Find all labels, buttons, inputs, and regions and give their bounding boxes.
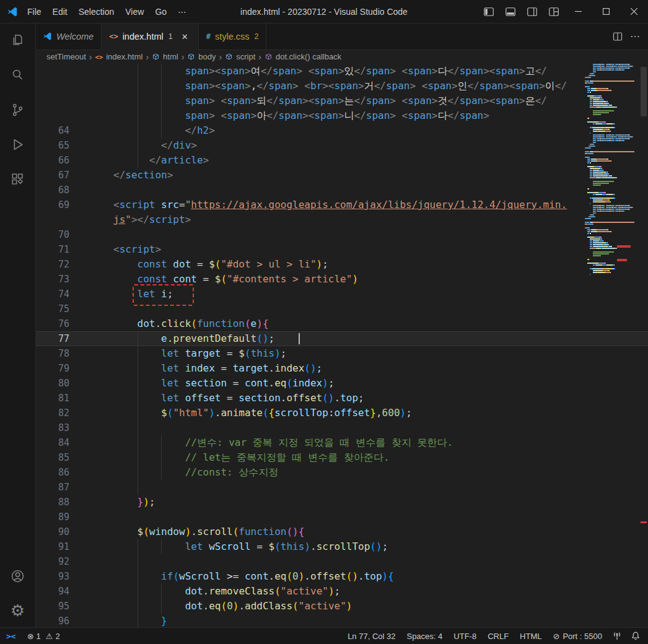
- code-line[interactable]: 96}: [35, 614, 648, 628]
- code-line[interactable]: 69<script src="https://ajax.googleapis.c…: [35, 198, 648, 212]
- code-line[interactable]: span><span>,</span> <br><span>거</span> <…: [35, 79, 648, 94]
- line-number[interactable]: 69: [35, 198, 69, 212]
- scrollbar-slider[interactable]: [641, 67, 647, 116]
- maximize-button[interactable]: [592, 0, 620, 23]
- remote-indicator-icon[interactable]: ><: [0, 628, 22, 644]
- line-number[interactable]: 87: [35, 480, 69, 495]
- line-number[interactable]: 84: [35, 435, 69, 450]
- menu-edit[interactable]: Edit: [47, 4, 73, 19]
- status-utf-8[interactable]: UTF-8: [448, 628, 482, 644]
- code-line[interactable]: 79let index = target.index();: [35, 361, 648, 376]
- code-line[interactable]: 68: [35, 183, 648, 198]
- toggle-panel-icon[interactable]: [501, 4, 520, 19]
- line-number[interactable]: 67: [35, 168, 69, 183]
- broadcast-icon[interactable]: [608, 628, 626, 644]
- notifications-bell-icon[interactable]: [626, 628, 648, 644]
- line-number[interactable]: 85: [35, 450, 69, 465]
- explorer-icon[interactable]: [0, 23, 35, 58]
- breadcrumb-item[interactable]: body: [187, 52, 216, 61]
- line-number[interactable]: 71: [35, 242, 69, 257]
- line-number[interactable]: 76: [35, 316, 69, 331]
- code-line[interactable]: 87: [35, 480, 648, 495]
- line-number[interactable]: 90: [35, 524, 69, 539]
- code-line[interactable]: 80let section = cont.eq(index);: [35, 376, 648, 391]
- split-editor-icon[interactable]: [613, 32, 623, 41]
- code-line[interactable]: 85// let는 중복지정할 때 변수를 찾아준다.: [35, 450, 648, 465]
- breadcrumb-item[interactable]: <>index.html: [95, 52, 143, 61]
- line-number[interactable]: 82: [35, 406, 69, 420]
- menu-go[interactable]: Go: [149, 4, 172, 19]
- line-number[interactable]: 94: [35, 584, 69, 599]
- account-icon[interactable]: [0, 559, 35, 593]
- editor[interactable]: span><span>여</span> <span>있</span> <span…: [35, 64, 648, 628]
- line-number[interactable]: 93: [35, 569, 69, 584]
- menu-file[interactable]: File: [22, 4, 47, 19]
- code-line[interactable]: 67</section>: [35, 168, 648, 183]
- breadcrumb-item[interactable]: html: [152, 52, 178, 61]
- line-number[interactable]: 89: [35, 510, 69, 524]
- line-number[interactable]: 75: [35, 302, 69, 316]
- tab-welcome[interactable]: Welcome: [35, 23, 102, 50]
- minimize-button[interactable]: [564, 0, 592, 23]
- code-line[interactable]: 76dot.click(function(e){: [35, 316, 648, 331]
- search-icon[interactable]: [0, 58, 35, 92]
- settings-gear-icon[interactable]: ⚙: [0, 593, 35, 628]
- editor-scrollbar[interactable]: [639, 64, 648, 628]
- code-line[interactable]: 70: [35, 227, 648, 242]
- close-icon[interactable]: ✕: [179, 31, 191, 43]
- run-debug-icon[interactable]: [0, 127, 35, 162]
- code-line[interactable]: 82$("html").animate({scrollTop:offset},6…: [35, 406, 648, 420]
- line-number[interactable]: 91: [35, 539, 69, 554]
- code-line[interactable]: 88});: [35, 495, 648, 510]
- line-number[interactable]: 74: [35, 287, 69, 302]
- code-line[interactable]: js"></script>: [35, 212, 648, 227]
- problems-status[interactable]: ⊗ 1 ⚠ 2: [22, 632, 65, 641]
- status-port-5500[interactable]: ⊘Port : 5500: [547, 628, 608, 644]
- code-line[interactable]: 64</h2>: [35, 123, 648, 138]
- status-spaces-4[interactable]: Spaces: 4: [401, 628, 448, 644]
- code-line[interactable]: span> <span>되</span><span>는</span> <span…: [35, 94, 648, 108]
- code-line[interactable]: 73const cont = $("#contents > article"): [35, 272, 648, 287]
- line-number[interactable]: 88: [35, 495, 69, 510]
- line-number[interactable]: 96: [35, 614, 69, 628]
- code-line[interactable]: 90$(window).scroll(function(){: [35, 524, 648, 539]
- code-line[interactable]: 75: [35, 302, 648, 316]
- status-html[interactable]: HTML: [514, 628, 547, 644]
- code-line[interactable]: span> <span>아</span><span>니</span> <span…: [35, 108, 648, 123]
- code-line[interactable]: 94dot.removeClass("active");: [35, 584, 648, 599]
- status-crlf[interactable]: CRLF: [482, 628, 514, 644]
- menu-selection[interactable]: Selection: [73, 4, 120, 19]
- line-number[interactable]: 70: [35, 227, 69, 242]
- menu-view[interactable]: View: [120, 4, 149, 19]
- code-line[interactable]: 77e.preventDefault();: [35, 331, 648, 346]
- line-number[interactable]: 64: [35, 123, 69, 138]
- extensions-icon[interactable]: [0, 162, 35, 196]
- code-line[interactable]: 74let i;: [35, 287, 648, 302]
- more-actions-icon[interactable]: ⋯: [630, 30, 641, 42]
- code-line[interactable]: 83: [35, 420, 648, 435]
- line-number[interactable]: 78: [35, 346, 69, 361]
- code-line[interactable]: 91let wScroll = $(this).scrollTop();: [35, 539, 648, 554]
- breadcrumb-item[interactable]: dot.click() callback: [265, 52, 341, 61]
- line-number[interactable]: 65: [35, 138, 69, 153]
- line-number[interactable]: 73: [35, 272, 69, 287]
- line-number[interactable]: 79: [35, 361, 69, 376]
- close-window-button[interactable]: [620, 0, 648, 23]
- breadcrumb-item[interactable]: setTimeout: [46, 52, 86, 61]
- line-number[interactable]: 95: [35, 599, 69, 614]
- line-number[interactable]: 72: [35, 257, 69, 272]
- toggle-sidebar-right-icon[interactable]: [522, 4, 541, 19]
- code-line[interactable]: 78let target = $(this);: [35, 346, 648, 361]
- line-number[interactable]: 68: [35, 183, 69, 198]
- code-line[interactable]: 86//const: 상수지정: [35, 465, 648, 480]
- source-control-icon[interactable]: [0, 92, 35, 127]
- toggle-sidebar-left-icon[interactable]: [479, 4, 498, 19]
- code-line[interactable]: 71<script>: [35, 242, 648, 257]
- tab-index-html[interactable]: <>index.html1✕: [102, 23, 199, 50]
- line-number[interactable]: 83: [35, 420, 69, 435]
- tab-style-css[interactable]: #style.css2: [199, 23, 267, 50]
- status-ln-77-col-32[interactable]: Ln 77, Col 32: [342, 628, 401, 644]
- line-number[interactable]: 80: [35, 376, 69, 391]
- code-line[interactable]: 84//변수: var 중복 지정 되었을 때 변수를 찾지 못한다.: [35, 435, 648, 450]
- customize-layout-icon[interactable]: [544, 4, 563, 19]
